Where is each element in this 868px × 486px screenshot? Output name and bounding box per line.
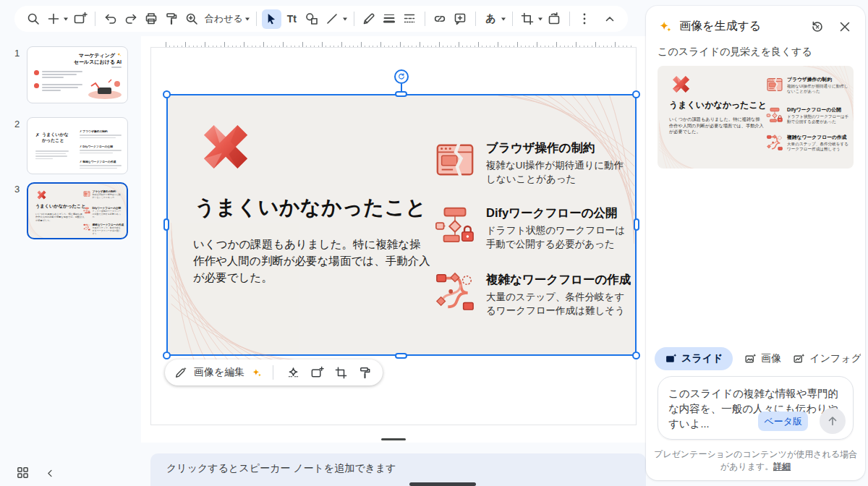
insert-button[interactable] bbox=[43, 9, 63, 29]
resize-handle-sw[interactable] bbox=[163, 351, 171, 359]
slide-number: 2 bbox=[14, 119, 20, 129]
line-dash-button[interactable] bbox=[400, 9, 420, 29]
resize-handle-nw[interactable] bbox=[163, 90, 171, 98]
resize-handle-se[interactable] bbox=[632, 351, 640, 359]
slide-thumbnail-2[interactable]: ✗ うまくいかなかったこと ✗ ブラウザ操作の制約 ✗ Difyワークフローの公… bbox=[27, 117, 128, 174]
thumb2-body-lines bbox=[35, 149, 69, 159]
resize-handle-s[interactable] bbox=[395, 353, 407, 359]
toolbar-divider bbox=[475, 12, 476, 26]
grid-view-button[interactable] bbox=[16, 466, 30, 479]
paint-format-button[interactable] bbox=[161, 9, 181, 29]
shape-tool-button[interactable] bbox=[302, 9, 322, 29]
zoom-button[interactable] bbox=[182, 9, 201, 29]
content-disclaimer: プレゼンテーションのコンテンツが使用される場合があります。詳細 bbox=[653, 448, 858, 473]
preview-item: Difyワークフローの公開ドラフト状態のワークフローは手動で公開する必要があった bbox=[766, 106, 850, 124]
collapse-filmstrip-button[interactable] bbox=[45, 468, 56, 479]
gemini-sparkle-icon bbox=[658, 20, 672, 34]
print-button[interactable] bbox=[141, 9, 161, 29]
broken-browser-icon bbox=[434, 139, 476, 181]
fit-dropdown[interactable]: 合わせる bbox=[202, 12, 244, 25]
details-link[interactable]: 詳細 bbox=[773, 461, 791, 472]
edit-image-button[interactable]: 画像を編集 bbox=[194, 366, 244, 379]
tangled-workflow-icon bbox=[434, 270, 476, 312]
crop-button[interactable] bbox=[518, 9, 537, 29]
effects-button[interactable] bbox=[284, 364, 302, 381]
thumb1-title: マーケティング セールスにおける AI bbox=[74, 52, 122, 68]
prompt-input[interactable]: このスライドの複雑な情報や専門的な内容を、一般の人々にも伝わりやすいよ... ベ… bbox=[658, 376, 854, 440]
panel-subtitle: このスライドの見栄えを良くする bbox=[646, 46, 865, 59]
slide-number: 3 bbox=[14, 184, 20, 195]
tab-image[interactable]: 画像 bbox=[744, 352, 781, 365]
toolbar-divider bbox=[569, 12, 570, 26]
slide-number: 1 bbox=[14, 48, 20, 59]
new-slide-button[interactable] bbox=[70, 9, 90, 29]
slide-body-text: いくつかの課題もありました。特に複雑な操作作や人間の判断が必要な場面では、手動介… bbox=[193, 236, 430, 286]
thumb3-item: Difyワークフローの公開ドラフト状態のワークフローは手動で公開する必要があった bbox=[83, 207, 124, 218]
thumb3-body: いくつかの課題もありました。特に複雑な操作作や人間の判断が必要な場面では、手動介… bbox=[35, 213, 84, 222]
pen-tool-button[interactable] bbox=[359, 9, 379, 29]
preview-x-mark bbox=[669, 72, 693, 96]
send-prompt-button[interactable] bbox=[820, 408, 846, 434]
search-button[interactable] bbox=[23, 9, 43, 29]
toolbar-divider bbox=[425, 12, 425, 26]
preview-item: ブラウザ操作の制約複雑なUI操作が期待通りに動作しないことがあった bbox=[766, 76, 850, 94]
selected-slide-image[interactable]: うまくいかなかったこと いくつかの課題もありました。特に複雑な操作作や人間の判断… bbox=[166, 94, 637, 356]
horizontal-scrollbar[interactable] bbox=[409, 482, 476, 486]
thumb1-bullets bbox=[34, 70, 82, 91]
toolbar-divider bbox=[95, 12, 95, 26]
crop-dropdown-caret[interactable] bbox=[537, 15, 544, 22]
rotation-handle[interactable] bbox=[394, 69, 409, 84]
thumb3-item: 複雑なワークフローの作成大量のステップ、条件分岐をするワークフロー作成は難しそう bbox=[83, 223, 124, 235]
slide-thumbnail-1[interactable]: マーケティング セールスにおける AI bbox=[27, 46, 128, 103]
notes-resize-handle[interactable] bbox=[381, 438, 406, 440]
resize-handle-w[interactable] bbox=[163, 218, 169, 231]
crop-image-button[interactable] bbox=[332, 364, 349, 381]
panel-title: 画像を生成する bbox=[679, 19, 761, 34]
image-context-toolbar: 画像を編集 bbox=[165, 359, 383, 385]
resize-handle-n[interactable] bbox=[395, 91, 407, 97]
insert-link-button[interactable] bbox=[430, 9, 450, 29]
undo-button[interactable] bbox=[101, 9, 120, 29]
text-box-button[interactable]: Tt bbox=[282, 9, 302, 29]
toolbar-divider bbox=[354, 12, 354, 26]
generate-image-panel: 画像を生成する このスライドの見栄えを良くする うまくいかなかったこと いくつか… bbox=[646, 6, 865, 480]
paint-format-button[interactable] bbox=[356, 364, 373, 381]
generation-tabs: スライド 画像 インフォグラ bbox=[655, 347, 861, 370]
add-comment-button[interactable] bbox=[451, 9, 470, 29]
thumb3-item: ブラウザ操作の制約複雑なUI操作が期待通りに動作しないことがあった bbox=[83, 190, 124, 199]
fit-dropdown-caret[interactable] bbox=[244, 15, 251, 22]
speaker-notes[interactable]: クリックするとスピーカー ノートを追加できます bbox=[150, 453, 646, 486]
insert-dropdown-caret[interactable] bbox=[62, 15, 69, 22]
tab-infographic[interactable]: インフォグラ bbox=[793, 352, 861, 365]
select-tool-button[interactable] bbox=[262, 9, 281, 29]
hide-menus-button[interactable] bbox=[600, 9, 619, 29]
line-weight-button[interactable] bbox=[380, 9, 399, 29]
furigana-button[interactable]: あ bbox=[481, 9, 501, 29]
slide-item-browser: ブラウザ操作の制約複雑なUI操作が期待通りに動作しないことがあった bbox=[434, 139, 635, 186]
thumb1-illustration bbox=[85, 78, 124, 100]
thumb2-item: ✗ 複雑なワークフローの作成 bbox=[80, 160, 124, 169]
edit-image-pen-icon bbox=[174, 366, 187, 379]
slide-thumbnail-3-selected[interactable]: うまくいかなかったこと いくつかの課題もありました。特に複雑な操作作や人間の判断… bbox=[27, 182, 128, 239]
thumb3-title: うまくいかなかったこと bbox=[35, 203, 86, 210]
slide-canvas: うまくいかなかったこと いくつかの課題もありました。特に複雑な操作作や人間の判断… bbox=[141, 36, 646, 443]
thumb2-title: ✗ うまくいかなかったこと bbox=[35, 132, 69, 143]
more-options-button[interactable] bbox=[575, 9, 595, 29]
resize-handle-ne[interactable] bbox=[632, 90, 640, 98]
slide-suggestion-preview[interactable]: うまくいかなかったこと いくつかの課題もありました。特に複雑な操作作や人間の判断… bbox=[658, 66, 854, 169]
preview-item: 複雑なワークフローの作成大量のステップ、条件分岐をするワークフロー作成は難しそう bbox=[766, 134, 850, 152]
main-toolbar: 合わせる Tt あ bbox=[14, 6, 628, 32]
resize-handle-e[interactable] bbox=[634, 218, 639, 231]
beta-badge: ベータ版 bbox=[758, 412, 808, 431]
replace-image-button[interactable] bbox=[545, 9, 564, 29]
thumb2-item: ✗ Difyワークフローの公開 bbox=[80, 145, 124, 153]
redo-button[interactable] bbox=[121, 9, 140, 29]
line-dropdown-caret[interactable] bbox=[341, 15, 349, 22]
tab-slide[interactable]: スライド bbox=[655, 347, 733, 370]
replace-image-button[interactable] bbox=[308, 364, 326, 381]
reset-suggestions-button[interactable] bbox=[810, 20, 825, 34]
toolbar-divider bbox=[273, 365, 273, 380]
line-tool-button[interactable] bbox=[323, 9, 342, 29]
close-panel-button[interactable] bbox=[838, 20, 852, 34]
furigana-dropdown-caret[interactable] bbox=[500, 15, 507, 22]
